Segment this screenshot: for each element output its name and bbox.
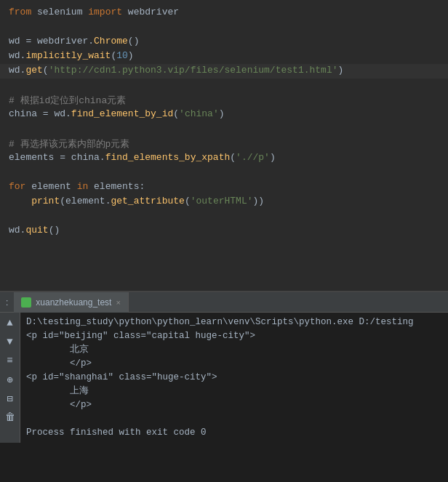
bottom-panel: : xuanzhekuang_test × ▲▼≡⊕⊟🗑 D:\testing_… xyxy=(0,291,448,482)
code-line xyxy=(0,209,448,224)
code-line: print(element.get_attribute('outerHTML')… xyxy=(0,195,448,209)
code-line: elements = china.find_elements_by_xpath(… xyxy=(0,151,448,166)
code-line: china = wd.find_element_by_id('china') xyxy=(0,108,448,122)
code-line: wd.get('http://cdn1.python3.vip/files/se… xyxy=(0,64,448,79)
terminal-line: <p id="beijing" class="capital huge-city… xyxy=(26,329,442,343)
trash-icon[interactable]: 🗑 xyxy=(3,410,17,425)
run-icon xyxy=(21,297,31,308)
add-icon[interactable]: ⊕ xyxy=(3,372,17,387)
terminal-line: </p> xyxy=(26,398,442,412)
code-line: for element in elements: xyxy=(0,180,448,195)
code-line: wd.implicitly_wait(10) xyxy=(0,49,448,64)
code-line: from selenium import webdriver xyxy=(0,6,448,20)
print-icon[interactable]: ⊟ xyxy=(3,391,17,406)
code-line: # 再选择该元素内部的p元素 xyxy=(0,137,448,151)
code-line xyxy=(0,79,448,93)
terminal-line xyxy=(26,412,442,426)
tab-left-label: : xyxy=(0,297,14,308)
scroll-up-button[interactable]: ▲ xyxy=(3,316,17,330)
tab-close-button[interactable]: × xyxy=(116,298,120,307)
code-line: wd.quit() xyxy=(0,224,448,238)
tab-name-label: xuanzhekuang_test xyxy=(36,297,111,308)
code-line xyxy=(0,122,448,137)
code-editor: from selenium import webdriver wd = webd… xyxy=(0,0,448,291)
terminal-line: Process finished with exit code 0 xyxy=(26,426,442,440)
panel-body: ▲▼≡⊕⊟🗑 D:\testing_study\python\python_le… xyxy=(0,313,448,443)
sidebar-buttons: ▲▼≡⊕⊟🗑 xyxy=(0,313,20,443)
terminal-line: </p> xyxy=(26,357,442,371)
code-line xyxy=(0,166,448,180)
code-line xyxy=(0,20,448,35)
terminal-line: 北京 xyxy=(26,343,442,357)
tab-item-run[interactable]: xuanzhekuang_test × xyxy=(14,292,129,313)
code-line: # 根据id定位到china元素 xyxy=(0,93,448,108)
terminal-line: 上海 xyxy=(26,385,442,398)
terminal-output: D:\testing_study\python\python_learn\ven… xyxy=(20,313,448,443)
code-line: wd = webdriver.Chrome() xyxy=(0,35,448,49)
scroll-down-button[interactable]: ▼ xyxy=(3,334,17,349)
list-icon[interactable]: ≡ xyxy=(3,353,17,368)
tab-bar: : xuanzhekuang_test × xyxy=(0,292,448,313)
terminal-line: <p id="shanghai" class="huge-city"> xyxy=(26,371,442,385)
terminal-line: D:\testing_study\python\python_learn\ven… xyxy=(26,316,442,329)
